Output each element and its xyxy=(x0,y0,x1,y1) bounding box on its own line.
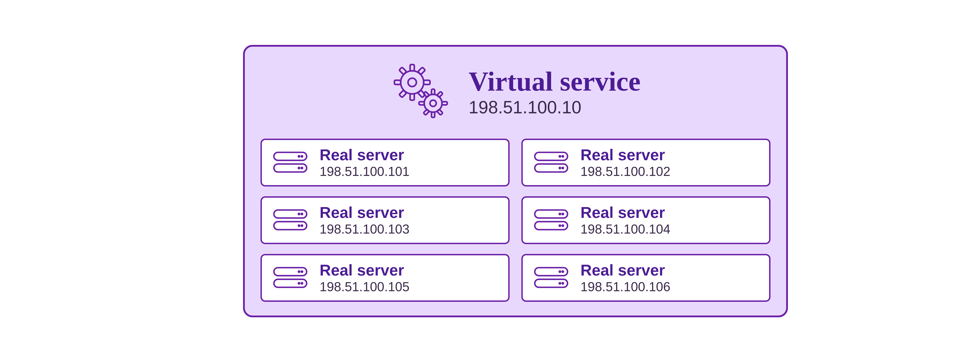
svg-point-1 xyxy=(408,78,417,86)
svg-point-31 xyxy=(562,167,563,169)
svg-rect-19 xyxy=(423,109,429,115)
svg-point-37 xyxy=(301,225,302,226)
svg-point-35 xyxy=(301,213,302,215)
svg-point-40 xyxy=(559,213,560,215)
panel-header: Virtual service 198.51.100.10 xyxy=(261,47,770,139)
svg-rect-7 xyxy=(399,67,407,75)
server-icon xyxy=(533,150,570,176)
svg-rect-18 xyxy=(437,109,443,115)
diagram-canvas: Virtual service 198.51.100.10 xyxy=(0,0,980,362)
svg-point-55 xyxy=(562,282,563,284)
svg-point-36 xyxy=(298,225,300,226)
server-grid: Real server 198.51.100.101 Re xyxy=(261,139,770,302)
gears-icon xyxy=(390,61,453,124)
server-ip: 198.51.100.102 xyxy=(581,164,670,179)
svg-point-54 xyxy=(559,282,560,284)
real-server-card: Real server 198.51.100.106 xyxy=(521,254,770,302)
header-text: Virtual service 198.51.100.10 xyxy=(469,67,641,118)
svg-point-43 xyxy=(562,225,563,226)
server-text: Real server 198.51.100.106 xyxy=(581,262,670,294)
svg-point-28 xyxy=(559,156,560,157)
virtual-service-panel: Virtual service 198.51.100.10 xyxy=(243,45,788,317)
svg-point-23 xyxy=(301,156,302,157)
svg-rect-15 xyxy=(442,102,447,105)
server-icon xyxy=(272,265,309,291)
server-icon xyxy=(533,207,570,233)
svg-point-30 xyxy=(559,167,560,169)
real-server-card: Real server 198.51.100.103 xyxy=(261,196,510,244)
server-text: Real server 198.51.100.104 xyxy=(581,204,670,236)
virtual-service-title: Virtual service xyxy=(469,67,641,96)
svg-rect-14 xyxy=(419,102,424,105)
svg-point-52 xyxy=(559,271,560,272)
server-label: Real server xyxy=(320,204,410,221)
server-ip: 198.51.100.101 xyxy=(320,164,410,179)
svg-point-11 xyxy=(430,100,436,106)
server-ip: 198.51.100.106 xyxy=(581,279,670,294)
server-icon xyxy=(272,150,309,176)
server-icon xyxy=(272,207,309,233)
svg-point-29 xyxy=(562,156,563,157)
real-server-card: Real server 198.51.100.104 xyxy=(521,196,770,244)
server-label: Real server xyxy=(581,262,670,279)
server-icon xyxy=(533,265,570,291)
server-text: Real server 198.51.100.102 xyxy=(581,146,670,179)
server-label: Real server xyxy=(320,262,410,279)
svg-point-41 xyxy=(562,213,563,215)
server-text: Real server 198.51.100.103 xyxy=(320,204,410,236)
svg-rect-5 xyxy=(424,80,430,85)
svg-point-24 xyxy=(298,167,300,169)
server-ip: 198.51.100.104 xyxy=(581,222,670,236)
svg-rect-4 xyxy=(395,80,401,85)
server-label: Real server xyxy=(581,146,670,164)
svg-point-42 xyxy=(559,225,560,226)
svg-rect-12 xyxy=(431,89,435,94)
server-label: Real server xyxy=(581,204,670,221)
server-ip: 198.51.100.105 xyxy=(320,279,410,294)
real-server-card: Real server 198.51.100.102 xyxy=(521,139,770,187)
svg-rect-9 xyxy=(399,90,407,97)
svg-point-34 xyxy=(298,213,300,215)
svg-point-49 xyxy=(301,282,302,284)
svg-point-46 xyxy=(298,271,300,272)
svg-point-48 xyxy=(298,282,300,284)
real-server-card: Real server 198.51.100.105 xyxy=(261,254,510,302)
real-server-card: Real server 198.51.100.101 xyxy=(261,139,510,187)
server-text: Real server 198.51.100.105 xyxy=(320,262,410,294)
svg-rect-2 xyxy=(410,64,414,71)
svg-rect-6 xyxy=(418,67,425,75)
svg-point-22 xyxy=(298,156,300,157)
svg-rect-13 xyxy=(431,112,435,118)
virtual-service-ip: 198.51.100.10 xyxy=(469,97,641,118)
svg-point-25 xyxy=(301,167,302,169)
server-label: Real server xyxy=(320,146,410,164)
svg-rect-16 xyxy=(437,91,443,97)
svg-point-53 xyxy=(562,271,563,272)
svg-rect-3 xyxy=(410,94,414,100)
server-ip: 198.51.100.103 xyxy=(320,222,410,236)
server-text: Real server 198.51.100.101 xyxy=(320,146,410,179)
svg-point-47 xyxy=(301,271,302,272)
